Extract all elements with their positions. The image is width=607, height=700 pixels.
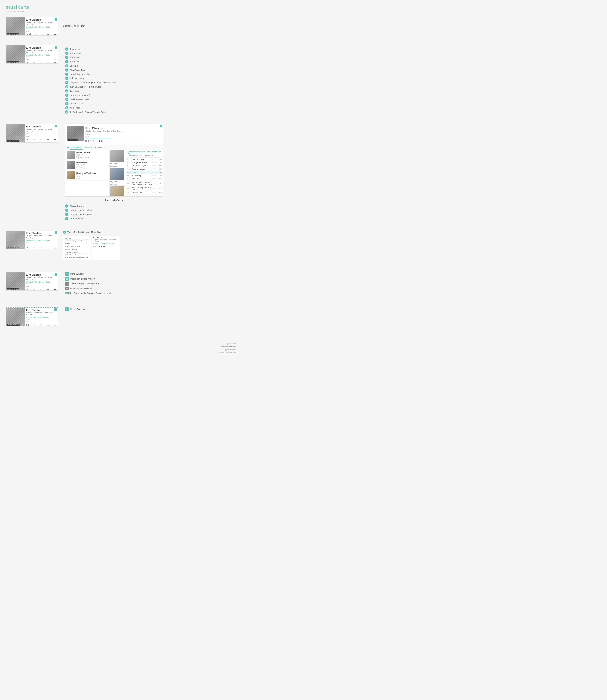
ctx-move-window[interactable]: Move Window — [65, 272, 114, 276]
toggle-track-7[interactable]: 07. Wonderful Tonight (Live Edit) — [64, 257, 90, 259]
ann-text: Track Year — [70, 56, 80, 59]
toggle-track-5[interactable]: 05. River of Tears — [64, 251, 90, 254]
corner-btn-1[interactable]: i — [55, 18, 58, 21]
ctx-foobar-menu[interactable]: Open foobar2000 Menu — [65, 287, 114, 290]
prev-btn-1[interactable]: ⏮ — [47, 33, 50, 36]
corner-btn-6[interactable]: i — [55, 308, 57, 311]
nm-progress[interactable] — [85, 138, 145, 138]
compact-player-basic: clapton chronicles Eric Clapton Clapton … — [6, 17, 58, 36]
toggle-track-4[interactable]: 04. She's Waiting — [64, 248, 90, 251]
next-btn-1[interactable]: ⏭ — [54, 33, 57, 36]
compact-mode-label: Compact Mode — [63, 24, 85, 28]
next-btn-2[interactable]: ⏭ — [54, 61, 57, 64]
track-row[interactable]: 11. Running On Faith ♥AS 6:26 — [126, 195, 163, 196]
nm-thumb-row-3[interactable]: Berliner Philharmo... — [110, 186, 126, 196]
nm-album: Clapton Chronicles - The Best of Eric Cl… — [85, 130, 159, 132]
prev-btn-5[interactable]: ⏮ — [47, 288, 49, 291]
lib-item-3[interactable]: Beethoven The Sym... Wiener Singverein..… — [65, 170, 109, 181]
prev-btn-4[interactable]: ⏮ — [47, 247, 49, 249]
prev-btn-3[interactable]: ⏮ — [47, 138, 49, 141]
tab-albums[interactable]: ALBUMS — [83, 145, 93, 150]
corner-btn-3[interactable]: i — [55, 125, 58, 127]
maximize-icon — [65, 277, 69, 281]
ctx-resize-window[interactable]: Resize Window — [65, 307, 85, 311]
lastfm-btn-5[interactable]: AS — [40, 288, 42, 290]
tp-prev[interactable]: ⏮ — [98, 245, 100, 247]
ctx-lastfm-menu[interactable]: AS Open Last.fm Features Configuration M… — [65, 292, 114, 294]
next-btn-4[interactable]: ⏭ — [54, 247, 57, 249]
heart-btn-1[interactable]: ♥ — [35, 33, 37, 36]
lib-item-1[interactable]: Back to Bedlam James Blunt 2004 Pop Rock… — [65, 150, 109, 160]
progress-bar-3[interactable] — [26, 135, 57, 135]
as-icon: AS — [154, 192, 156, 194]
nm-thumb-row-2[interactable]: Eric Clapton1978Slow Rock — [110, 168, 126, 186]
toggle-track-1[interactable]: 01. On the Way to the Best of the — [64, 240, 90, 242]
nm-corner-btn[interactable]: i — [160, 125, 163, 127]
next-btn-3[interactable]: ⏭ — [54, 138, 57, 141]
nm-lastfm[interactable]: AS — [92, 140, 94, 142]
app-subtitle: skin for foobar2000 — [6, 10, 237, 13]
track-row[interactable]: 07. Bad Love ♥AS 5:12 — [126, 177, 163, 181]
toggle-track-6[interactable]: 06. I'd Get Lost — [64, 254, 90, 257]
playlist-dot — [67, 147, 69, 148]
ann-num: 15 — [65, 106, 68, 109]
track-row[interactable]: 04. Teras in Heaven ♥AS 4:33 — [126, 168, 163, 171]
heart-btn-3[interactable]: ♥ — [34, 138, 35, 141]
tp-play[interactable]: ▶ — [101, 245, 103, 247]
tab-playlists[interactable]: PLAYLISTS — [70, 145, 83, 150]
toggle-track-0[interactable]: Reflection — [64, 237, 90, 240]
track-row[interactable]: 08. Before You Accuse Me (Take a Look at… — [126, 181, 163, 186]
heart-btn-5[interactable]: ♥ — [34, 288, 35, 291]
lastfm-btn-6[interactable]: AS — [40, 324, 42, 326]
tp-heart[interactable]: ♥ — [93, 245, 94, 247]
lastfm-btn-1[interactable]: AS — [41, 34, 43, 36]
tp-next[interactable]: ⏭ — [103, 245, 105, 247]
lastfm-btn-4[interactable]: AS — [40, 247, 42, 249]
ctx-lastfm-label: Open Last.fm Features Configuration Menu — [74, 292, 114, 294]
nm-thumb-row-1[interactable]: Eric Clapton2005Blues Rock — [110, 150, 126, 168]
track-num: 08. — [127, 182, 132, 184]
track-name: Forever Man — [132, 192, 152, 194]
ann-num: 2 — [65, 51, 68, 55]
track-row[interactable]: 02. Change the World ♥AS 3:53 — [126, 161, 163, 164]
corner-btn-5[interactable]: i — [55, 273, 58, 276]
heart-btn-4[interactable]: ♥ — [34, 247, 35, 249]
tab-artists[interactable]: ARTISTS — [93, 145, 104, 150]
album-name-3: Clapton Chronicles - The Best of Eric Cl… — [26, 128, 57, 132]
heart-icon: ♥ — [152, 162, 153, 163]
lib-item-2[interactable]: Backtrack'n Eric Clapton 1984 Blues Rock — [65, 160, 109, 170]
corner-btn-2[interactable]: i — [55, 46, 58, 48]
track-row[interactable]: 06. Pretending ♥AS 4:45 — [126, 174, 163, 177]
nm-heart[interactable]: ♥ — [90, 140, 91, 142]
next-btn-5[interactable]: ⏭ — [54, 288, 57, 291]
tracklist-header: Clapton Chronicles - The Best of Eric Cl… — [126, 150, 163, 158]
ctx-switch-mode[interactable]: Switch Compact/Normal Mode — [65, 282, 114, 286]
heart-btn-6[interactable]: ♥ — [34, 324, 35, 326]
compact-ann-item-15: 15Next Track — [65, 106, 117, 109]
nm-wbar — [85, 140, 86, 142]
nm-next[interactable]: ⏭ — [101, 140, 103, 142]
year-2: 1999 — [26, 56, 57, 58]
tp-lastfm[interactable]: AS — [95, 245, 97, 247]
nm-play[interactable]: ⏸ — [98, 140, 100, 142]
nm-prev[interactable]: ⏮ — [95, 140, 97, 142]
track-row[interactable]: 03. My Father's Eyes ♥AS 5:24 — [126, 164, 163, 168]
next-btn-6[interactable]: ⏭ — [54, 324, 56, 326]
prev-btn-2[interactable]: ⏮ — [47, 61, 49, 64]
heart-btn-2[interactable]: ♥ — [34, 61, 35, 64]
track-row[interactable]: 05. Layla ♥AS 4:38 — [126, 171, 163, 174]
track-row[interactable]: 10. Forever Man ♥AS 3:13 — [126, 191, 163, 195]
lastfm-btn-2[interactable]: AS — [40, 62, 42, 64]
corner-btn-4[interactable]: i — [55, 231, 58, 234]
player-info-4: Eric Clapton Clapton Chronicles - The Be… — [24, 231, 58, 249]
track-icons: ♥AS — [152, 162, 156, 163]
toggle-track-3[interactable]: 03. Running On Faith — [64, 245, 90, 248]
lastfm-btn-3[interactable]: AS — [40, 138, 42, 140]
normal-mode-row: clapton chronicles Eric Clapton Clapton … — [6, 124, 237, 221]
track-row[interactable]: 09. It's in the Way that You Use It ♥AS … — [126, 186, 163, 191]
toggle-track-2[interactable]: 02. Layla — [64, 242, 90, 245]
ctx-maximize-window[interactable]: Maximize/Restore Window — [65, 277, 114, 281]
track-row[interactable]: 01. Blue Eyes Blue ♥AS 4:43 — [126, 158, 163, 161]
prev-btn-6[interactable]: ⏮ — [47, 324, 49, 326]
current-song-6: Wonderful Tonight (Live Edit) — [26, 316, 56, 319]
